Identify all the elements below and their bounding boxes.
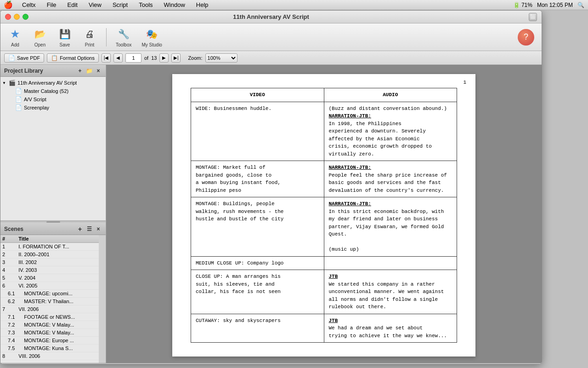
format-options-button[interactable]: 📋 Format Options [47, 53, 99, 63]
project-icon: 🎬 [9, 80, 16, 86]
scene-row[interactable]: 7.4 MONTAGE: Europe ... [0, 337, 99, 345]
catalog-icon: 📄 [15, 88, 22, 94]
page-number-input[interactable] [125, 53, 141, 63]
add-scene-button[interactable]: + [76, 225, 84, 233]
menu-celtx[interactable]: Celtx [20, 1, 38, 8]
nav-prev-button[interactable]: ◀ [113, 53, 123, 63]
nav-first-button[interactable]: |◀ [102, 53, 111, 63]
print-button[interactable]: 🖨 Print [79, 25, 100, 49]
menu-window[interactable]: Window [162, 1, 187, 8]
toolbar-separator [106, 28, 107, 46]
col-number: # [0, 235, 17, 243]
scene-num: 7.2 [0, 321, 17, 329]
nav-next-button[interactable]: ▶ [159, 53, 169, 63]
scene-row[interactable]: 6.2 MASTER: V Thailan... [0, 298, 99, 305]
page-total: 13 [151, 55, 157, 61]
save-pdf-button[interactable]: 📄 Save PDF [4, 53, 44, 63]
menu-file[interactable]: File [45, 1, 58, 8]
scene-num: 6 [0, 282, 17, 290]
scene-row[interactable]: 7.5 MONTAGE: Kuna S... [0, 345, 99, 352]
scene-row[interactable]: 1 I. FORMATION OF T... [0, 243, 99, 251]
screenplay-label: Screenplay [24, 105, 49, 110]
help-icon[interactable]: ? [518, 29, 534, 46]
audio-header: AUDIO [324, 88, 457, 102]
scene-row[interactable]: 6 VI. 2005 [0, 282, 99, 290]
menubar: 🍎 Celtx File Edit View Script Tools Wind… [0, 0, 588, 10]
scene-row[interactable]: 7.3 MONTAGE: V Malay... [0, 329, 99, 337]
scenes-panel: Scenes + ☰ × # Title [0, 223, 106, 363]
menubar-right: 🔋 71% Mon 12:05 PM 🔍 [513, 2, 584, 8]
script-page: 1 VIDEO AUDIO WIDE: Businessmen huddle.(… [172, 74, 475, 356]
toolbox-label: Toolbox [116, 42, 131, 47]
scene-title: MONTAGE: V Malay... [17, 329, 99, 337]
minimize-button[interactable] [14, 14, 20, 20]
scene-title: MONTAGE: V Malay... [17, 321, 99, 329]
scene-row[interactable]: 5 V. 2004 [0, 274, 99, 282]
clock: Mon 12:05 PM [537, 2, 573, 8]
menu-script[interactable]: Script [111, 1, 130, 8]
open-button[interactable]: 📂 Open [30, 25, 50, 49]
maximize-button[interactable] [23, 14, 28, 20]
scene-menu-button[interactable]: ☰ [85, 225, 93, 233]
scene-num: 6.1 [0, 290, 17, 298]
close-scenes-button[interactable]: × [95, 225, 102, 233]
script-row: MEDIUM CLOSE UP: Company logo [191, 256, 457, 270]
apple-menu[interactable]: 🍎 [4, 0, 13, 9]
script-video-cell: WIDE: Businessmen huddle. [191, 102, 324, 161]
project-tree: ▼ 🎬 11th Anniversary AV Script 📄 Master … [0, 77, 106, 220]
print-label: Print [85, 42, 95, 47]
mystudio-button[interactable]: 🎭 My Studio [139, 25, 164, 49]
add-button[interactable]: ★ Add [5, 25, 25, 49]
menu-help[interactable]: Help [194, 1, 210, 8]
add-project-button[interactable]: + [76, 67, 84, 75]
script-audio-cell [324, 256, 457, 270]
scene-row[interactable]: 4 IV. 2003 [0, 266, 99, 274]
nav-last-button[interactable]: ▶| [171, 53, 181, 63]
toolbox-button[interactable]: 🔧 Toolbox [113, 25, 134, 49]
menu-edit[interactable]: Edit [66, 1, 79, 8]
menu-view[interactable]: View [87, 1, 103, 8]
window-title: 11th Anniversary AV Script [233, 13, 309, 20]
menu-tools[interactable]: Tools [137, 1, 154, 8]
scenes-scrollbar[interactable] [99, 235, 106, 363]
scene-row[interactable]: 7.2 MONTAGE: V Malay... [0, 321, 99, 329]
scene-title: VIII. 2006 [17, 352, 99, 360]
toolbar-help: ? [518, 29, 537, 46]
script-video-cell: CUTAWAY: sky and skyscrapers [191, 314, 324, 343]
scene-num: 7.1 [0, 313, 17, 321]
main-content: Project Library + 📁 × ▼ 🎬 11th Anniversa… [0, 65, 542, 363]
av-script-item[interactable]: 📄 A/V Script [0, 95, 106, 104]
close-button[interactable] [5, 14, 11, 20]
document-area: 1 VIDEO AUDIO WIDE: Businessmen huddle.(… [106, 65, 542, 363]
scene-row[interactable]: 8 VIII. 2006 [0, 352, 99, 360]
script-audio-cell: (Buzz and distant conversation abound.) … [324, 102, 457, 161]
screenplay-item[interactable]: 📄 Screenplay [0, 104, 106, 112]
add-icon: ★ [8, 27, 23, 41]
project-library-title: Project Library [4, 68, 43, 74]
scene-row[interactable]: 6.1 MONTAGE: upcomi... [0, 290, 99, 298]
scene-title: III. 2002 [17, 259, 99, 266]
scene-row[interactable]: 7.1 FOOTAGE or NEWS... [0, 313, 99, 321]
zoom-icon[interactable]: ⬜ [529, 13, 537, 21]
video-header: VIDEO [191, 88, 324, 102]
format-bar: 📄 Save PDF 📋 Format Options |◀ ◀ of 13 ▶… [0, 51, 542, 65]
save-button[interactable]: 💾 Save [55, 25, 75, 49]
scene-row[interactable]: 7 VII. 2006 [0, 305, 99, 313]
scene-row[interactable]: 2 II. 2000–2001 [0, 251, 99, 259]
titlebar: 11th Anniversary AV Script ⬜ [0, 11, 542, 23]
scene-num: 7.4 [0, 337, 17, 345]
folder-button[interactable]: 📁 [85, 67, 93, 75]
project-name: 11th Anniversary AV Script [17, 80, 77, 86]
zoom-select[interactable]: 100% 75% 125% 150% [205, 53, 237, 63]
scene-row[interactable]: 3 III. 2002 [0, 259, 99, 266]
av-script-label: A/V Script [24, 97, 46, 102]
scene-num: 1 [0, 243, 17, 251]
project-root-item[interactable]: ▼ 🎬 11th Anniversary AV Script [0, 79, 106, 87]
doc-scroll[interactable]: 1 VIDEO AUDIO WIDE: Businessmen huddle.(… [106, 65, 542, 363]
scene-title: MASTER: V Thailan... [17, 298, 99, 305]
master-catalog-item[interactable]: 📄 Master Catalog (52) [0, 87, 106, 95]
search-menu-icon[interactable]: 🔍 [577, 2, 584, 8]
script-video-cell: MONTAGE: Market full of bargained goods,… [191, 161, 324, 197]
script-video-cell: MONTAGE: Buildings, people walking, rush… [191, 197, 324, 257]
remove-project-button[interactable]: × [95, 67, 102, 75]
